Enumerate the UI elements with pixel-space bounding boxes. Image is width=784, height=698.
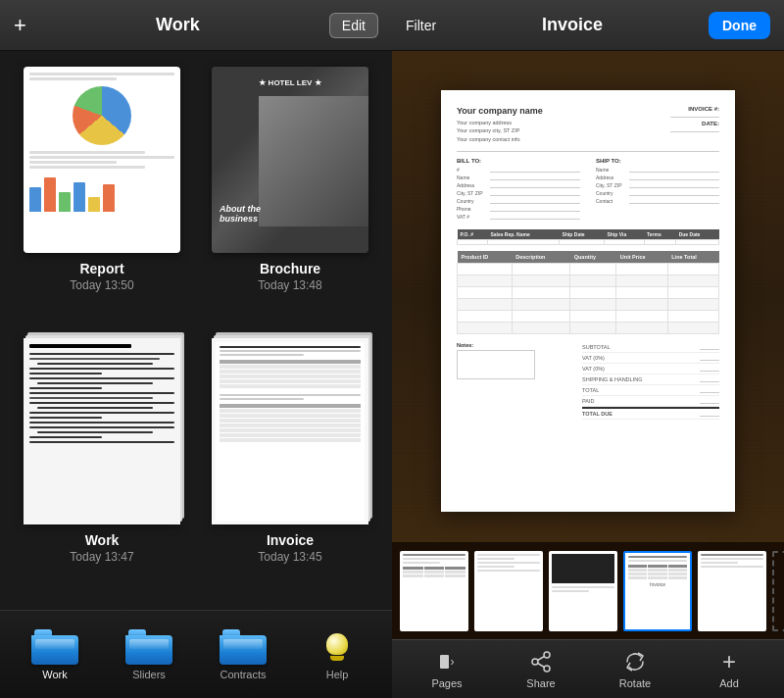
mini-line [477,566,514,568]
add-button[interactable]: + [14,15,26,36]
paid-label: PAID [582,398,594,404]
mini-cell [424,574,445,577]
black-block [552,554,614,583]
doc-date-report: Today 13:50 [70,278,133,292]
vat1-row: VAT (0%) [582,353,719,364]
doc-item-invoice[interactable]: Invoice Today 13:45 [204,338,376,594]
line-cell [570,263,616,274]
paid-row: PAID [582,396,719,407]
line-cell [570,286,616,298]
report-line [29,77,117,80]
tab-sliders[interactable]: Sliders [102,629,196,680]
mini-line [477,570,540,572]
mini-cell [403,567,423,570]
mini-line [403,562,440,564]
mini-line [701,562,738,564]
mini-cell [403,571,423,573]
thumb-strip-1[interactable] [400,551,468,631]
mini-cell [668,569,687,572]
line-header-product: Product ID [458,251,513,264]
tab-label-work: Work [42,669,67,680]
ship-field-label: Name [596,167,625,173]
field-label-address: Address [457,182,486,188]
vat2-label: VAT (0%) [582,366,605,372]
svg-point-0 [544,652,550,658]
thumb-strip-4[interactable]: Invoice [623,551,692,631]
order-header-duedate: Due Date [676,229,719,240]
doc-item-brochure[interactable]: ★ HOTEL LEV ★ About thebusiness Brochure… [204,67,376,323]
thumb-strip-add[interactable]: + [772,551,784,631]
invoice-preview-area: Your company name Your company address Y… [392,51,784,541]
left-header: + Work Edit [0,0,392,51]
notes-area [457,350,535,379]
field-label-phone: Phone [457,206,486,212]
left-panel-title: Work [156,15,200,35]
add-icon: + [716,649,742,674]
field-value-name [490,174,580,180]
line-cell [667,298,718,310]
mini-line [552,590,589,592]
work-line [29,436,102,438]
line-cell [667,310,718,322]
mini-line [477,558,514,560]
inv-table-row [220,414,361,418]
line-cell [512,286,570,298]
report-line [29,166,145,169]
inv-table-row [220,374,361,378]
mini-line [477,562,540,564]
folder-shine [129,639,169,649]
doc-label-brochure: Brochure [260,261,320,276]
invoice-totals: SUBTOTAL VAT (0%) VAT (0%) SHIPPING & HA… [582,342,719,420]
edit-button[interactable]: Edit [329,13,378,38]
doc-thumb-report[interactable] [24,67,180,253]
tab-help[interactable]: Help [290,629,384,680]
line-cell [458,322,513,333]
work-line [29,441,174,443]
doc-label-work: Work [85,532,120,548]
mini-table [628,565,687,579]
tab-bar: Work Sliders Contracts [0,610,392,698]
thumb-strip-2[interactable] [474,551,543,631]
total-due-label: TOTAL DUE [582,411,612,417]
tab-work[interactable]: Work [8,629,102,680]
work-line [29,412,174,414]
thumb-strip-3[interactable] [549,551,617,631]
line-item-row [458,286,719,298]
vat1-value [700,355,719,361]
doc-thumb-invoice[interactable] [212,338,368,524]
tab-contracts[interactable]: Contracts [196,629,290,680]
line-cell [570,274,616,286]
inv-table-row [220,428,361,432]
ship-address-label: Address [596,174,625,180]
folder-body [31,635,78,665]
work-line [29,397,153,399]
mini-line [701,554,763,556]
invoice-document[interactable]: Your company name Your company address Y… [441,90,735,512]
order-cell [676,239,719,244]
add-page-button[interactable]: + Add [682,649,776,689]
bar-5 [88,197,100,212]
thumb-invoice-label: Invoice [628,581,687,587]
bill-address-row: Address [457,182,580,188]
vat2-value [700,366,719,372]
share-button[interactable]: Share [494,649,588,689]
brochure-image: ★ HOTEL LEV ★ About thebusiness [212,67,368,253]
doc-thumb-brochure[interactable]: ★ HOTEL LEV ★ About thebusiness [212,67,368,253]
bar-4 [74,182,85,212]
done-button[interactable]: Done [709,12,770,39]
field-label-city: City, ST ZIP [457,190,486,196]
ship-to-section: SHIP TO: Name Address City, ST ZIP C [596,158,719,222]
doc-item-report[interactable]: Report Today 13:50 [16,67,188,323]
mini-cell [668,565,687,568]
filter-button[interactable]: Filter [406,18,436,33]
doc-thumb-work[interactable] [24,338,180,524]
thumb-strip-5[interactable] [698,551,766,631]
doc-item-work[interactable]: Work Today 13:47 [16,338,188,594]
pages-button[interactable]: › Pages [400,649,494,689]
mini-line [628,556,687,558]
total-row: TOTAL [582,385,719,396]
arrow-right-icon: › [451,655,455,669]
rotate-button[interactable]: Rotate [588,649,682,689]
total-due-row: TOTAL DUE [582,407,719,420]
line-header-linetotal: Line Total [667,251,718,264]
